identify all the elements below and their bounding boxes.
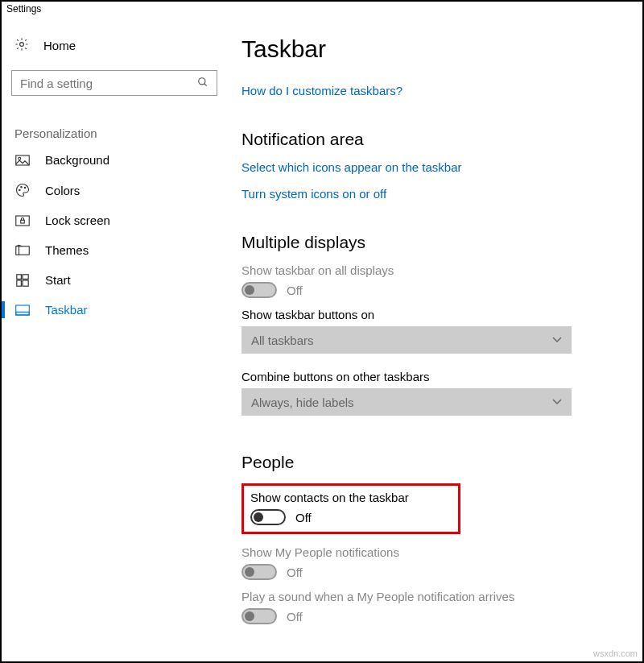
show-contacts-label: Show contacts on the taskbar <box>250 491 452 504</box>
sidebar-item-label: Background <box>45 153 109 167</box>
window-title: Settings <box>2 2 642 16</box>
svg-rect-9 <box>21 220 25 223</box>
toggle-state: Off <box>287 284 303 297</box>
toggle-state: Off <box>295 511 312 524</box>
sidebar-item-background[interactable]: Background <box>2 145 227 175</box>
dropdown-value: All taskbars <box>251 334 314 347</box>
sidebar-item-start[interactable]: Start <box>2 265 227 295</box>
chevron-down-icon <box>552 396 562 408</box>
svg-point-7 <box>24 187 26 189</box>
sidebar-item-label: Start <box>45 273 71 287</box>
sidebar-item-label: Taskbar <box>45 303 88 317</box>
notification-area-heading: Notification area <box>242 130 609 149</box>
svg-rect-11 <box>17 274 22 279</box>
svg-rect-16 <box>16 312 30 315</box>
watermark: wsxdn.com <box>593 648 638 658</box>
taskbar-icon <box>14 305 31 316</box>
svg-rect-13 <box>17 280 22 286</box>
play-sound-label: Play a sound when a My People notificati… <box>242 590 609 603</box>
lockscreen-icon <box>14 215 31 226</box>
multiple-displays-heading: Multiple displays <box>242 233 609 252</box>
sidebar-item-taskbar[interactable]: Taskbar <box>2 295 227 325</box>
show-my-people-notif-label: Show My People notifications <box>242 545 609 559</box>
toggle-state: Off <box>287 566 303 579</box>
show-my-people-notif-toggle: Off <box>242 564 609 580</box>
system-icons-link[interactable]: Turn system icons on or off <box>242 187 386 201</box>
search-icon <box>197 77 208 90</box>
show-buttons-on-label: Show taskbar buttons on <box>242 308 609 321</box>
sidebar-item-label: Colors <box>45 184 80 197</box>
sidebar-item-colors[interactable]: Colors <box>2 175 227 205</box>
search-field[interactable] <box>20 77 197 90</box>
sidebar-item-label: Themes <box>45 243 89 257</box>
svg-rect-10 <box>16 246 30 255</box>
dropdown-value: Always, hide labels <box>251 396 354 409</box>
combine-buttons-label: Combine buttons on other taskbars <box>242 370 609 383</box>
toggle-state: Off <box>287 610 303 624</box>
highlight-annotation: Show contacts on the taskbar Off <box>242 483 460 534</box>
sidebar-home[interactable]: Home <box>2 32 227 59</box>
svg-point-6 <box>21 187 23 189</box>
show-buttons-on-select[interactable]: All taskbars <box>242 326 572 354</box>
sidebar-item-themes[interactable]: Themes <box>2 235 227 265</box>
search-input[interactable] <box>11 70 217 96</box>
svg-line-2 <box>204 83 207 85</box>
show-taskbar-all-label: Show taskbar on all displays <box>242 263 609 277</box>
svg-rect-12 <box>23 274 28 279</box>
people-heading: People <box>242 453 609 472</box>
combine-buttons-select[interactable]: Always, hide labels <box>242 388 572 416</box>
picture-icon <box>14 155 31 166</box>
svg-rect-14 <box>23 280 28 286</box>
svg-point-0 <box>20 43 24 47</box>
chevron-down-icon <box>552 334 562 346</box>
sidebar-item-label: Lock screen <box>45 213 110 227</box>
select-icons-link[interactable]: Select which icons appear on the taskbar <box>242 160 462 174</box>
start-icon <box>14 274 31 287</box>
svg-point-5 <box>19 189 21 191</box>
main-content: Taskbar How do I customize taskbars? Not… <box>227 16 642 660</box>
home-label: Home <box>43 39 76 52</box>
svg-point-1 <box>199 77 205 84</box>
show-contacts-toggle[interactable]: Off <box>250 509 452 525</box>
themes-icon <box>14 244 31 257</box>
svg-point-4 <box>19 157 21 160</box>
gear-icon <box>14 37 29 54</box>
help-link[interactable]: How do I customize taskbars? <box>242 84 402 97</box>
page-title: Taskbar <box>242 35 609 63</box>
sidebar-section: Personalization <box>2 96 227 145</box>
play-sound-toggle: Off <box>242 608 609 624</box>
show-taskbar-all-toggle: Off <box>242 282 609 298</box>
sidebar: Home Personalization Background Colors <box>2 16 227 660</box>
palette-icon <box>14 183 31 197</box>
sidebar-item-lockscreen[interactable]: Lock screen <box>2 205 227 235</box>
